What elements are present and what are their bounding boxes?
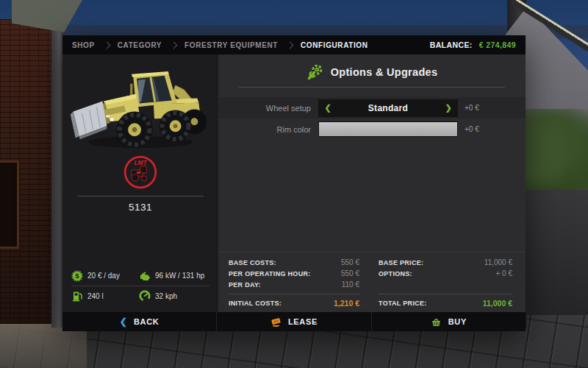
breadcrumb-category[interactable]: CATEGORY [118, 41, 162, 49]
vehicle-image [67, 60, 214, 152]
option-label: Wheel setup [226, 104, 318, 113]
vehicle-stats: $ 20 € / day 96 kW / 131 hp [62, 266, 218, 312]
shop-dialog: SHOP CATEGORY FORESTRY EQUIPMENT CONFIGU… [62, 35, 526, 331]
rim-color-swatch[interactable] [318, 121, 458, 137]
vehicle-sidebar: LMT 5131 [62, 54, 218, 312]
cost-label: TOTAL PRICE: [379, 300, 427, 307]
initial-costs-total: INITIAL COSTS: 1,210 € [229, 294, 359, 308]
stat-power: 96 kW / 131 hp [139, 270, 204, 282]
option-label: Rim color [226, 125, 318, 134]
cost-value: 11,000 € [484, 258, 512, 266]
gear-wrench-icon [306, 63, 323, 80]
price-summary: BASE PRICE: 11,000 € OPTIONS: + 0 € TOTA… [379, 257, 512, 312]
cost-row: OPTIONS: + 0 € [379, 268, 512, 279]
cost-value: 550 € [341, 269, 359, 277]
maintenance-costs: BASE COSTS: 550 € PER OPERATING HOUR: 55… [229, 257, 359, 312]
cost-summary: BASE COSTS: 550 € PER OPERATING HOUR: 55… [218, 252, 526, 312]
breadcrumb-configuration[interactable]: CONFIGURATION [301, 41, 368, 49]
lease-button[interactable]: LEASE [216, 312, 370, 331]
stat-top-speed: 32 kph [139, 290, 177, 302]
cost-value: + 0 € [495, 269, 512, 277]
speedometer-icon [139, 290, 151, 302]
option-price: +0 € [458, 104, 479, 112]
buy-label: BUY [448, 317, 467, 326]
initial-costs-value: 1,210 € [334, 299, 359, 308]
cost-label: PER DAY: [229, 281, 261, 289]
divider [239, 87, 505, 88]
next-option-button[interactable]: ❯ [439, 99, 458, 117]
total-price-value: 11,000 € [483, 299, 512, 308]
cost-label: INITIAL COSTS: [229, 300, 282, 307]
wheel-setup-selector[interactable]: ❮ Standard ❯ [318, 99, 458, 117]
dollar-icon: $ [71, 270, 83, 282]
cost-value: 550 € [341, 258, 359, 266]
option-row-rim-color: Rim color +0 € [218, 118, 526, 140]
engine-icon [139, 270, 151, 282]
page-title: Options & Upgrades [331, 66, 438, 78]
top-bar: SHOP CATEGORY FORESTRY EQUIPMENT CONFIGU… [62, 35, 526, 54]
chevron-right-icon [171, 41, 178, 49]
stat-value: 96 kW / 131 hp [155, 272, 204, 280]
option-rows: Wheel setup ❮ Standard ❯ +0 € Rim color … [218, 97, 526, 140]
vehicle-model: 5131 [129, 202, 152, 213]
svg-text:LMT: LMT [134, 159, 147, 166]
cost-label: OPTIONS: [379, 270, 412, 277]
cost-label: BASE PRICE: [379, 259, 423, 266]
chevron-right-icon [103, 41, 110, 49]
balance: BALANCE: € 274,849 [430, 40, 516, 49]
config-panel: Options & Upgrades Wheel setup ❮ Standar… [218, 54, 526, 312]
prev-option-button[interactable]: ❮ [318, 99, 337, 117]
balance-label: BALANCE: [430, 40, 473, 49]
back-button[interactable]: ❮ BACK [62, 312, 216, 331]
stat-value: 240 l [87, 292, 104, 300]
option-row-wheel-setup: Wheel setup ❮ Standard ❯ +0 € [218, 97, 526, 118]
background-brick-window [0, 160, 19, 249]
stat-value: 32 kph [155, 292, 177, 300]
footer-bar: ❮ BACK LEASE BUY [62, 312, 526, 331]
buy-button[interactable]: BUY [371, 312, 526, 331]
lease-label: LEASE [288, 317, 318, 326]
fuel-icon [71, 290, 83, 302]
shopping-basket-icon [431, 316, 442, 328]
cost-row: PER DAY: 110 € [229, 279, 359, 290]
brand-logo: LMT [122, 153, 159, 190]
breadcrumb-shop[interactable]: SHOP [72, 41, 95, 49]
cost-row: PER OPERATING HOUR: 550 € [229, 268, 359, 279]
balance-value: € 274,849 [479, 40, 516, 49]
divider [77, 196, 204, 197]
cost-row: BASE PRICE: 11,000 € [379, 257, 512, 268]
stat-value: 20 € / day [87, 272, 120, 280]
stat-fuel-capacity: 240 l [71, 290, 139, 302]
lease-money-icon [270, 316, 282, 328]
chevron-right-icon [287, 41, 294, 49]
breadcrumb: SHOP CATEGORY FORESTRY EQUIPMENT CONFIGU… [72, 41, 430, 49]
svg-text:$: $ [75, 272, 79, 280]
cost-label: BASE COSTS: [229, 259, 276, 266]
cost-label: PER OPERATING HOUR: [229, 270, 311, 277]
cost-value: 110 € [342, 280, 359, 289]
total-price: TOTAL PRICE: 11,000 € [379, 294, 512, 308]
breadcrumb-forestry-equipment[interactable]: FORESTRY EQUIPMENT [184, 41, 278, 49]
dialog-body: LMT 5131 [62, 54, 526, 312]
screen: SHOP CATEGORY FORESTRY EQUIPMENT CONFIGU… [0, 0, 588, 368]
chevron-left-icon: ❮ [120, 316, 127, 327]
cost-row: BASE COSTS: 550 € [229, 257, 359, 268]
option-price: +0 € [458, 125, 479, 133]
stat-daily-cost: $ 20 € / day [71, 270, 139, 282]
panel-header: Options & Upgrades [218, 54, 526, 80]
selected-option-value: Standard [337, 103, 439, 113]
back-label: BACK [134, 317, 159, 326]
